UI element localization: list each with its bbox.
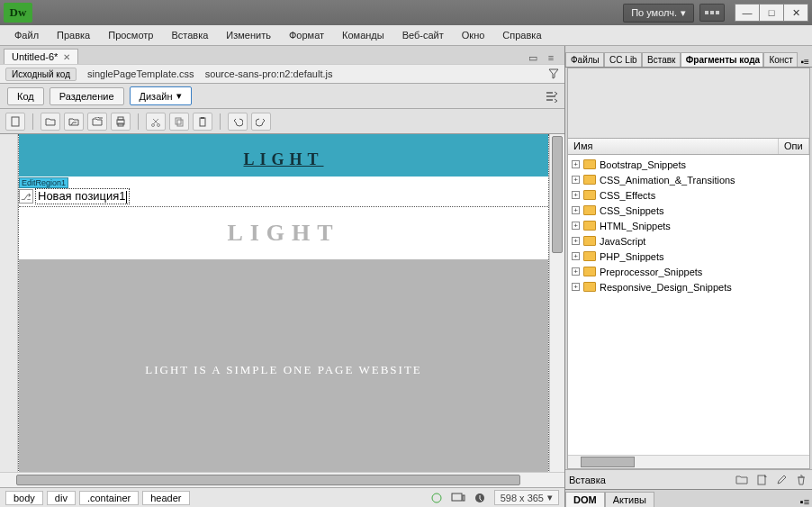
panel-tab-construct[interactable]: Конст (763, 52, 798, 67)
tree-item-label: PHP_Snippets (600, 251, 664, 262)
menu-edit[interactable]: Правка (48, 27, 99, 43)
header-logo-link[interactable]: LIGHT (243, 150, 323, 168)
tree-row[interactable]: +CSS_Snippets (568, 203, 809, 218)
folder-icon (583, 282, 596, 292)
menu-format[interactable]: Формат (280, 27, 333, 43)
breadcrumb[interactable]: .container (79, 491, 139, 505)
folder-icon (583, 267, 596, 276)
horizontal-scrollbar[interactable] (0, 472, 564, 487)
panel-tab-snippets[interactable]: Фрагменты кода (681, 52, 764, 67)
source-code-pill[interactable]: Исходный код (5, 68, 77, 81)
tree-row[interactable]: +Responsive_Design_Snippets (568, 279, 809, 294)
expand-icon[interactable]: + (572, 160, 580, 168)
canvas-size-button[interactable]: 598 x 365 ▾ (494, 490, 559, 505)
sync-settings-icon[interactable] (699, 4, 725, 22)
col-name-header[interactable]: Имя (568, 139, 779, 154)
copy-icon[interactable] (169, 113, 189, 131)
split-view-button[interactable]: Разделение (50, 87, 124, 105)
tree-row[interactable]: +CSS_Animation_&_Transitions (568, 172, 809, 187)
menu-insert[interactable]: Вставка (162, 27, 217, 43)
snippet-preview (568, 68, 809, 139)
save-icon[interactable] (64, 113, 84, 131)
panel-footer-label[interactable]: Вставка (569, 475, 729, 485)
svg-rect-14 (452, 493, 462, 501)
expand-icon[interactable]: + (572, 252, 580, 260)
related-file[interactable]: source-sans-pro:n2:default.js (205, 68, 333, 79)
tree-row[interactable]: +Bootstrap_Snippets (568, 157, 809, 172)
bottom-tab-assets[interactable]: Активы (605, 492, 654, 507)
open-icon[interactable] (41, 113, 60, 131)
canvas[interactable]: LIGHT EditRegion1 ⎇ Новая позиция1 LIGHT… (18, 134, 549, 472)
toggle-panels-icon[interactable] (545, 90, 557, 103)
tree-row[interactable]: +PHP_Snippets (568, 249, 809, 264)
panel-tab-cclib[interactable]: CC Lib (604, 52, 642, 67)
design-view-button[interactable]: Дизайн ▾ (130, 86, 192, 105)
breadcrumb[interactable]: header (142, 491, 189, 505)
menu-site[interactable]: Веб-сайт (393, 27, 453, 43)
minimize-button[interactable]: — (735, 4, 760, 22)
panel-horizontal-scrollbar[interactable] (568, 455, 809, 468)
breadcrumb[interactable]: div (47, 491, 76, 505)
edit-snippet-icon[interactable] (774, 474, 789, 486)
undo-icon[interactable] (228, 113, 248, 131)
chevron-down-icon: ▾ (547, 492, 553, 503)
snippets-panel: Имя Опи +Bootstrap_Snippets+CSS_Animatio… (567, 68, 810, 469)
code-view-button[interactable]: Код (7, 87, 44, 105)
cut-icon[interactable] (146, 113, 166, 131)
svg-rect-5 (118, 117, 123, 120)
save-all-icon[interactable] (87, 113, 107, 131)
filter-icon[interactable] (548, 68, 559, 79)
print-icon[interactable] (111, 113, 131, 131)
menu-modify[interactable]: Изменить (217, 27, 280, 43)
redo-icon[interactable] (251, 113, 271, 131)
tree-row[interactable]: +CSS_Effects (568, 187, 809, 203)
panel-menu-icon[interactable]: ▪≡ (798, 57, 812, 67)
expand-icon[interactable]: + (572, 176, 580, 184)
menu-view[interactable]: Просмотр (99, 27, 162, 43)
paste-icon[interactable] (193, 113, 212, 131)
svg-rect-17 (758, 475, 765, 484)
device-preview-icon[interactable] (451, 492, 465, 504)
menu-help[interactable]: Справка (493, 27, 550, 43)
expand-icon[interactable]: + (572, 191, 580, 199)
folder-icon (583, 190, 596, 200)
panel-tab-insert[interactable]: Вставк (642, 52, 681, 67)
tab-menu-icon[interactable]: ≡ (545, 51, 557, 64)
related-file[interactable]: singlePageTemplate.css (87, 68, 194, 79)
close-button[interactable]: ✕ (783, 4, 808, 22)
menu-commands[interactable]: Команды (333, 27, 393, 43)
expand-panel-icon[interactable]: ▭ (527, 51, 539, 64)
expand-icon[interactable]: + (572, 267, 580, 276)
close-tab-icon[interactable]: ✕ (63, 52, 70, 62)
delete-snippet-icon[interactable] (794, 474, 808, 486)
expand-icon[interactable]: + (572, 206, 580, 214)
workspace-switcher[interactable]: По умолч. ▾ (623, 4, 694, 23)
tree-row[interactable]: +HTML_Snippets (568, 218, 809, 233)
maximize-button[interactable]: □ (759, 4, 784, 22)
expand-icon[interactable]: + (572, 222, 580, 230)
svg-rect-0 (705, 11, 708, 14)
tree-row[interactable]: +Preprocessor_Snippets (568, 264, 809, 279)
new-doc-icon[interactable] (5, 113, 25, 131)
panel-tab-files[interactable]: Файлы (565, 52, 604, 67)
col-desc-header[interactable]: Опи (779, 139, 809, 154)
error-indicator-icon[interactable] (429, 492, 444, 504)
breadcrumb[interactable]: body (5, 491, 43, 505)
bottom-tab-dom[interactable]: DOM (565, 492, 605, 507)
document-tab[interactable]: Untitled-6* ✕ (4, 49, 78, 64)
expand-icon[interactable]: + (572, 237, 580, 245)
editable-region[interactable]: EditRegion1 ⎇ Новая позиция1 (19, 177, 548, 207)
tree-item-label: HTML_Snippets (600, 221, 671, 231)
vertical-scrollbar[interactable] (549, 134, 564, 472)
expand-icon[interactable]: + (572, 283, 580, 291)
tree-row[interactable]: +JavaScript (568, 233, 809, 249)
new-snippet-icon[interactable] (754, 474, 769, 486)
snippets-tree[interactable]: +Bootstrap_Snippets+CSS_Animation_&_Tran… (568, 155, 809, 455)
download-speed-icon[interactable] (473, 492, 487, 504)
menu-window[interactable]: Окно (453, 27, 494, 43)
new-folder-icon[interactable] (735, 474, 749, 486)
edit-text[interactable]: Новая позиция1 (35, 188, 130, 204)
bottom-panel-menu-icon[interactable]: ▪≡ (798, 496, 812, 507)
edit-region-tag: EditRegion1 (19, 177, 68, 188)
menu-file[interactable]: Файл (5, 27, 48, 43)
